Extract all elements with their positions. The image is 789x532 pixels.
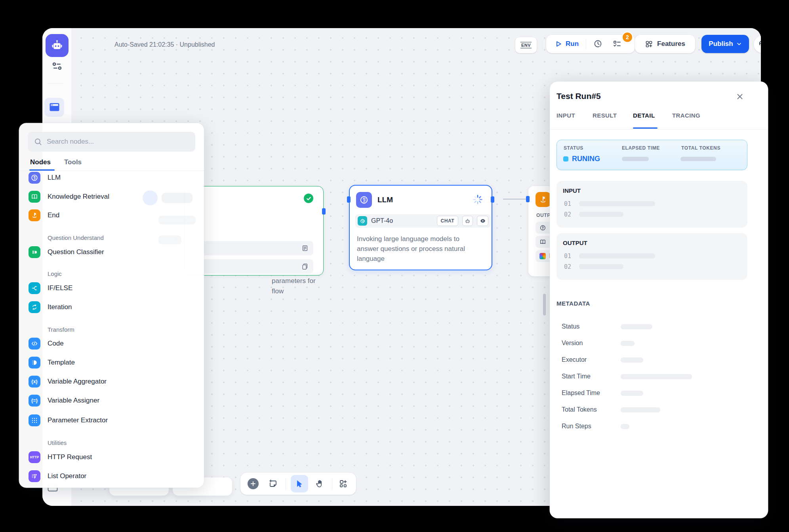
- node-item-iteration[interactable]: Iteration: [29, 301, 72, 313]
- section-question-understand: Question Understand: [48, 234, 104, 241]
- node-item-knowledge-retrieval[interactable]: Knowledge Retrieval: [29, 191, 109, 203]
- metadata-title: METADATA: [556, 300, 590, 307]
- node-item-question-classifier[interactable]: Question Classifier: [29, 246, 104, 258]
- metadata-skeleton: [621, 391, 643, 396]
- chevron-down-icon: [736, 41, 742, 47]
- organize-icon: [339, 479, 348, 488]
- iteration-icon: [29, 301, 40, 313]
- node-item-if-else[interactable]: IF/ELSE: [29, 282, 72, 294]
- end-icon: [29, 209, 40, 221]
- llm-node-input-handle[interactable]: [347, 196, 351, 203]
- window-icon: [49, 103, 60, 112]
- openai-model-icon: [358, 216, 367, 226]
- start-node-description: parameters for flow: [272, 276, 351, 296]
- metadata-skeleton: [621, 374, 692, 379]
- metadata-skeleton: [621, 341, 635, 346]
- metadata-skeleton: [621, 357, 643, 363]
- row-index: 01: [564, 253, 571, 260]
- ghost-blob: [158, 216, 196, 224]
- node-item-variable-assigner[interactable]: {=} Variable Assigner: [29, 395, 99, 407]
- elapsed-skeleton: [622, 157, 649, 161]
- cursor-icon: [295, 479, 304, 488]
- notifications-badge[interactable]: 2: [622, 32, 633, 43]
- tab-input[interactable]: INPUT: [556, 112, 575, 119]
- llm-icon: [29, 172, 40, 184]
- tab-result[interactable]: RESULT: [593, 112, 617, 119]
- hand-tool-button[interactable]: [315, 479, 325, 488]
- note-plus-icon: [268, 479, 278, 488]
- start-node-field-row[interactable]: [192, 259, 313, 274]
- toolbar-divider: [286, 478, 286, 490]
- ghost-blob: [158, 236, 181, 244]
- node-item-list-operator[interactable]: List Operator: [29, 470, 86, 482]
- run-button[interactable]: Run: [546, 35, 586, 53]
- tab-tracing[interactable]: TRACING: [672, 112, 700, 119]
- output-card-title: OUTPUT: [563, 239, 587, 246]
- topbar-divider: [542, 40, 543, 50]
- add-node-button[interactable]: [248, 478, 259, 489]
- tab-tools[interactable]: Tools: [64, 158, 82, 166]
- node-item-end[interactable]: End: [29, 209, 59, 221]
- test-run-title: Test Run#5: [556, 91, 601, 101]
- if-else-icon: [29, 282, 40, 294]
- organize-nodes-button[interactable]: [339, 479, 348, 488]
- search-placeholder: Search nodes...: [47, 138, 94, 146]
- metadata-row: Status: [562, 323, 579, 330]
- node-picker-panel: Search nodes... Nodes Tools LLM Knowledg…: [19, 123, 204, 488]
- end-node-input-handle[interactable]: [526, 196, 530, 202]
- node-item-variable-aggregator[interactable]: {x} Variable Aggregator: [29, 376, 107, 388]
- ghost-blob: [162, 193, 192, 203]
- version-history-button[interactable]: [754, 36, 761, 53]
- autosave-status: Auto-Saved 21:02:35 · Unpublished: [114, 41, 215, 48]
- start-node-field-row[interactable]: [192, 241, 313, 255]
- elapsed-time-label: ELAPSED TIME: [622, 145, 660, 151]
- canvas-scrollbar-thumb[interactable]: [543, 294, 546, 315]
- run-history-icon[interactable]: [586, 39, 608, 49]
- node-item-template[interactable]: Template: [29, 357, 75, 369]
- metadata-row: Executor: [562, 356, 587, 363]
- llm-model-selector[interactable]: GPT-4o CHAT: [355, 214, 491, 228]
- llm-node[interactable]: LLM: [349, 185, 492, 270]
- vision-capability-icon: [477, 216, 488, 226]
- node-item-llm[interactable]: LLM: [29, 172, 61, 184]
- llm-node-output-handle[interactable]: [491, 196, 494, 203]
- app-icon[interactable]: [46, 34, 69, 57]
- node-item-code[interactable]: Code: [29, 338, 64, 350]
- metadata-row: Start Time: [562, 373, 591, 380]
- robot-capability-icon: [462, 216, 473, 226]
- tabs-divider: [19, 171, 204, 171]
- node-item-parameter-extractor[interactable]: Parameter Extractor: [29, 414, 108, 426]
- question-classifier-icon: [29, 246, 40, 258]
- tab-nodes[interactable]: Nodes: [30, 158, 51, 166]
- llm-node-title: LLM: [377, 196, 393, 204]
- metadata-row: Total Tokens: [562, 406, 597, 413]
- env-button[interactable]: ENV: [515, 37, 537, 53]
- metadata-skeleton: [621, 424, 629, 429]
- tokens-skeleton: [680, 157, 716, 161]
- llm-node-description: Invoking large language models to answer…: [357, 234, 483, 264]
- pointer-tool-button[interactable]: [291, 475, 308, 492]
- publish-button[interactable]: Publish: [701, 35, 749, 53]
- running-status-dot: [563, 156, 568, 162]
- close-icon[interactable]: [736, 93, 744, 101]
- robot-icon: [50, 39, 64, 52]
- start-node[interactable]: parameters for flow: [184, 186, 324, 276]
- knowledge-retrieval-icon: [29, 191, 40, 203]
- tabs-divider: [550, 129, 768, 129]
- code-icon: [29, 338, 40, 350]
- llm-model-name: GPT-4o: [371, 217, 433, 224]
- search-input[interactable]: Search nodes...: [28, 132, 195, 152]
- chat-mode-badge: CHAT: [437, 216, 458, 226]
- metadata-row: Run Steps: [562, 423, 591, 430]
- workflow-tool-active[interactable]: [44, 98, 64, 117]
- tab-detail[interactable]: DETAIL: [633, 112, 655, 119]
- node-item-http-request[interactable]: HTTP HTTP Request: [29, 451, 92, 463]
- output-card: OUTPUT 01 02: [556, 233, 747, 280]
- preferences-icon[interactable]: [51, 61, 63, 72]
- features-button[interactable]: Features: [635, 35, 695, 53]
- section-transform: Transform: [48, 326, 74, 333]
- plus-icon: [250, 481, 256, 486]
- add-note-button[interactable]: [268, 479, 278, 488]
- total-tokens-label: TOTAL TOKENS: [681, 145, 720, 151]
- start-node-output-handle[interactable]: [322, 208, 326, 215]
